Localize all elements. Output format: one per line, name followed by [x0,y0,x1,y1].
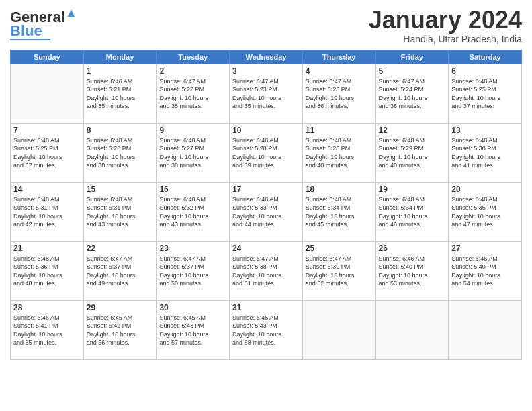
day-number: 5 [379,66,446,76]
day-info: Sunrise: 6:45 AM Sunset: 5:43 PM Dayligh… [159,314,226,347]
day-info: Sunrise: 6:46 AM Sunset: 5:41 PM Dayligh… [13,314,81,347]
day-info: Sunrise: 6:48 AM Sunset: 5:29 PM Dayligh… [379,136,446,170]
day-info: Sunrise: 6:46 AM Sunset: 5:40 PM Dayligh… [379,255,446,288]
calendar-cell: 22Sunrise: 6:47 AM Sunset: 5:37 PM Dayli… [83,241,157,300]
calendar-cell: 11Sunrise: 6:48 AM Sunset: 5:28 PM Dayli… [302,123,375,182]
header: General▲ Blue January 2024 Handia, Uttar… [10,7,522,44]
calendar-week-row: 1Sunrise: 6:46 AM Sunset: 5:21 PM Daylig… [11,64,522,123]
day-number: 25 [306,244,373,253]
day-info: Sunrise: 6:46 AM Sunset: 5:21 PM Dayligh… [87,77,154,111]
calendar-cell: 2Sunrise: 6:47 AM Sunset: 5:22 PM Daylig… [157,64,230,123]
calendar-cell: 4Sunrise: 6:47 AM Sunset: 5:23 PM Daylig… [302,64,375,123]
logo: General▲ Blue [10,7,77,40]
calendar-cell: 17Sunrise: 6:48 AM Sunset: 5:33 PM Dayli… [230,182,303,241]
day-number: 11 [306,126,373,135]
day-info: Sunrise: 6:48 AM Sunset: 5:28 PM Dayligh… [232,136,300,170]
day-info: Sunrise: 6:48 AM Sunset: 5:33 PM Dayligh… [232,195,300,229]
day-number: 18 [306,185,373,194]
day-info: Sunrise: 6:45 AM Sunset: 5:42 PM Dayligh… [87,314,154,347]
day-number: 1 [87,66,154,76]
calendar-cell: 8Sunrise: 6:48 AM Sunset: 5:26 PM Daylig… [83,123,157,182]
day-info: Sunrise: 6:48 AM Sunset: 5:30 PM Dayligh… [451,136,519,170]
calendar-cell [302,300,375,359]
calendar-week-row: 14Sunrise: 6:48 AM Sunset: 5:31 PM Dayli… [11,182,522,241]
day-number: 24 [232,244,300,253]
header-thursday: Thursday [302,50,375,64]
day-info: Sunrise: 6:48 AM Sunset: 5:25 PM Dayligh… [13,136,81,170]
calendar-cell: 12Sunrise: 6:48 AM Sunset: 5:29 PM Dayli… [375,123,449,182]
calendar-header: Sunday Monday Tuesday Wednesday Thursday… [11,50,522,64]
day-info: Sunrise: 6:47 AM Sunset: 5:37 PM Dayligh… [159,255,226,288]
day-number: 20 [451,185,519,194]
day-info: Sunrise: 6:47 AM Sunset: 5:22 PM Dayligh… [159,77,226,111]
day-info: Sunrise: 6:48 AM Sunset: 5:28 PM Dayligh… [306,136,373,170]
calendar-table: Sunday Monday Tuesday Wednesday Thursday… [10,50,522,360]
calendar-cell: 26Sunrise: 6:46 AM Sunset: 5:40 PM Dayli… [375,241,449,300]
calendar-cell: 23Sunrise: 6:47 AM Sunset: 5:37 PM Dayli… [157,241,230,300]
calendar-cell: 30Sunrise: 6:45 AM Sunset: 5:43 PM Dayli… [157,300,230,359]
calendar-cell: 5Sunrise: 6:47 AM Sunset: 5:24 PM Daylig… [375,64,449,123]
day-number: 17 [232,185,300,194]
day-info: Sunrise: 6:48 AM Sunset: 5:34 PM Dayligh… [379,195,446,229]
header-monday: Monday [83,50,157,64]
calendar-cell: 31Sunrise: 6:45 AM Sunset: 5:43 PM Dayli… [230,300,303,359]
day-number: 3 [232,66,300,76]
day-info: Sunrise: 6:48 AM Sunset: 5:27 PM Dayligh… [159,136,226,170]
title-area: January 2024 Handia, Uttar Pradesh, Indi… [369,7,522,44]
calendar-cell: 16Sunrise: 6:48 AM Sunset: 5:32 PM Dayli… [157,182,230,241]
calendar-cell: 1Sunrise: 6:46 AM Sunset: 5:21 PM Daylig… [83,64,157,123]
header-sunday: Sunday [11,50,84,64]
day-number: 30 [159,303,226,312]
day-info: Sunrise: 6:47 AM Sunset: 5:23 PM Dayligh… [306,77,373,111]
calendar-cell: 7Sunrise: 6:48 AM Sunset: 5:25 PM Daylig… [11,123,84,182]
day-number: 27 [451,244,519,253]
calendar-cell: 14Sunrise: 6:48 AM Sunset: 5:31 PM Dayli… [11,182,84,241]
day-number: 4 [306,66,373,76]
calendar-week-row: 28Sunrise: 6:46 AM Sunset: 5:41 PM Dayli… [11,300,522,359]
calendar-cell: 15Sunrise: 6:48 AM Sunset: 5:31 PM Dayli… [83,182,157,241]
day-number: 26 [379,244,446,253]
day-info: Sunrise: 6:47 AM Sunset: 5:39 PM Dayligh… [306,255,373,288]
calendar-cell: 21Sunrise: 6:48 AM Sunset: 5:36 PM Dayli… [11,241,84,300]
calendar-cell: 13Sunrise: 6:48 AM Sunset: 5:30 PM Dayli… [449,123,522,182]
logo-blue: Blue [10,24,42,38]
day-number: 9 [159,126,226,135]
calendar-cell: 6Sunrise: 6:48 AM Sunset: 5:25 PM Daylig… [449,64,522,123]
header-saturday: Saturday [449,50,522,64]
day-info: Sunrise: 6:46 AM Sunset: 5:40 PM Dayligh… [451,255,519,288]
calendar-cell: 3Sunrise: 6:47 AM Sunset: 5:23 PM Daylig… [230,64,303,123]
day-number: 22 [87,244,154,253]
day-number: 31 [232,303,300,312]
day-info: Sunrise: 6:45 AM Sunset: 5:43 PM Dayligh… [232,314,300,347]
day-info: Sunrise: 6:47 AM Sunset: 5:38 PM Dayligh… [232,255,300,288]
calendar-cell [375,300,449,359]
month-title: January 2024 [369,7,522,34]
day-number: 6 [451,66,519,76]
day-info: Sunrise: 6:47 AM Sunset: 5:23 PM Dayligh… [232,77,300,111]
day-number: 21 [13,244,81,253]
day-info: Sunrise: 6:48 AM Sunset: 5:26 PM Dayligh… [87,136,154,170]
day-info: Sunrise: 6:48 AM Sunset: 5:25 PM Dayligh… [451,77,519,111]
day-number: 8 [87,126,154,135]
day-number: 19 [379,185,446,194]
day-number: 13 [451,126,519,135]
day-info: Sunrise: 6:48 AM Sunset: 5:34 PM Dayligh… [306,195,373,229]
calendar-cell: 25Sunrise: 6:47 AM Sunset: 5:39 PM Dayli… [302,241,375,300]
calendar-cell: 28Sunrise: 6:46 AM Sunset: 5:41 PM Dayli… [11,300,84,359]
day-info: Sunrise: 6:48 AM Sunset: 5:35 PM Dayligh… [451,195,519,229]
day-info: Sunrise: 6:48 AM Sunset: 5:31 PM Dayligh… [13,195,81,229]
weekday-header-row: Sunday Monday Tuesday Wednesday Thursday… [11,50,522,64]
day-number: 15 [87,185,154,194]
day-number: 28 [13,303,81,312]
logo-underline [10,39,50,40]
day-number: 29 [87,303,154,312]
calendar-week-row: 7Sunrise: 6:48 AM Sunset: 5:25 PM Daylig… [11,123,522,182]
day-number: 7 [13,126,81,135]
calendar-cell: 20Sunrise: 6:48 AM Sunset: 5:35 PM Dayli… [449,182,522,241]
day-number: 12 [379,126,446,135]
calendar-cell: 10Sunrise: 6:48 AM Sunset: 5:28 PM Dayli… [230,123,303,182]
day-info: Sunrise: 6:47 AM Sunset: 5:37 PM Dayligh… [87,255,154,288]
calendar-cell: 9Sunrise: 6:48 AM Sunset: 5:27 PM Daylig… [157,123,230,182]
day-number: 10 [232,126,300,135]
calendar-cell: 29Sunrise: 6:45 AM Sunset: 5:42 PM Dayli… [83,300,157,359]
